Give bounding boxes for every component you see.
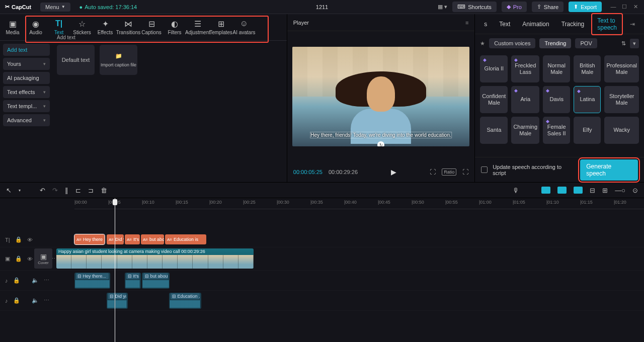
tool-audio[interactable]: ◉Audio	[24, 16, 47, 38]
voice-freckled-lass[interactable]: ◆Freckled Lass	[511, 55, 539, 82]
import-caption-card[interactable]: 📁Import caption file	[100, 45, 137, 75]
redo-icon[interactable]: ↷	[52, 187, 58, 194]
track-icon[interactable]: ⊞	[602, 187, 608, 194]
playhead[interactable]	[115, 198, 115, 342]
text-clip[interactable]: A≡ Did y	[107, 234, 124, 244]
crop-icon[interactable]: ⛶	[430, 168, 436, 176]
sidetab-text-effects[interactable]: Text effects▾	[3, 86, 50, 98]
tool-adjustment[interactable]: ☰Adjustment	[186, 16, 209, 38]
voice-storyteller-male[interactable]: Storyteller Male	[604, 86, 639, 113]
split-icon[interactable]: ‖	[65, 187, 68, 194]
sidetab-add-text[interactable]: Add text	[3, 44, 50, 56]
snap-1[interactable]	[541, 187, 550, 194]
sort-icon[interactable]: ⇅	[621, 40, 626, 47]
voice-gloria-ii[interactable]: ◆Gloria II	[480, 55, 508, 82]
sidetab-ai-packaging[interactable]: AI packaging	[3, 72, 50, 84]
voice-davis[interactable]: ◆Davis	[543, 86, 570, 113]
minimize-icon[interactable]: —	[610, 4, 617, 10]
mute-icon[interactable]: 🔈	[32, 297, 39, 304]
audio-clip[interactable]: ⊟ Hey there...	[74, 273, 110, 289]
project-name[interactable]: 1211	[316, 4, 328, 10]
tool-transitions[interactable]: ⋈Transitions	[117, 16, 140, 38]
tab-tracking[interactable]: Tracking	[556, 18, 590, 31]
voice-normal-male[interactable]: Normal Male	[543, 55, 570, 82]
rotate-handle[interactable]: ↻	[377, 141, 384, 146]
tab-text-to-speech[interactable]: Text to speech	[591, 13, 623, 35]
snap-3[interactable]	[574, 187, 583, 194]
player-menu-icon[interactable]: ≡	[465, 20, 468, 26]
undo-icon[interactable]: ↶	[40, 187, 45, 194]
tool-media[interactable]: ▣Media	[1, 16, 24, 38]
play-button[interactable]: ▶	[391, 168, 396, 176]
select-mode-dropdown[interactable]: ▾	[19, 188, 21, 193]
text-clip[interactable]: A≡ It's	[125, 234, 140, 244]
sidetab-advanced[interactable]: Advanced▾	[3, 114, 50, 126]
zoom-slider-handle[interactable]: —○	[615, 187, 625, 194]
lock-icon[interactable]: 🔒	[13, 297, 20, 304]
text-clip[interactable]: A≡ Education is	[165, 234, 206, 244]
close-icon[interactable]: ✕	[632, 4, 639, 10]
more-icon[interactable]: ⋯	[44, 277, 49, 284]
custom-voices-pill[interactable]: Custom voices	[489, 38, 535, 48]
generate-speech-button[interactable]: Generate speech	[580, 159, 638, 181]
lock-icon[interactable]: 🔒	[15, 236, 22, 243]
split-right-icon[interactable]: ⊐	[88, 187, 94, 194]
favorites-icon[interactable]: ★	[480, 40, 485, 47]
audio-clip[interactable]: ⊟ but abou	[142, 273, 170, 289]
split-left-icon[interactable]: ⊏	[75, 187, 81, 194]
voice-confident-male[interactable]: Confident Male	[480, 86, 508, 113]
audio-clip[interactable]: ⊟ Education .	[169, 293, 201, 309]
voice-aria[interactable]: ◆Aria	[511, 86, 539, 113]
layout-icon[interactable]: ▦ ▾	[438, 4, 447, 10]
text-clip[interactable]: A≡ Hey there	[74, 234, 105, 244]
maximize-icon[interactable]: ☐	[621, 4, 628, 10]
visibility-icon[interactable]: 👁	[27, 237, 33, 243]
time-ruler[interactable]: |00:00|00:05|00:10|00:15|00:20|00:25|00:…	[74, 198, 644, 209]
shortcuts-button[interactable]: ⌨ Shortcuts	[452, 2, 496, 12]
lock-icon[interactable]: 🔒	[15, 255, 22, 262]
update-speech-checkbox[interactable]	[481, 166, 488, 173]
audio-clip[interactable]: ⊟ It's n	[125, 273, 141, 289]
zoom-fit-icon[interactable]: ⊙	[632, 187, 638, 194]
mute-icon[interactable]: 🔈	[32, 277, 39, 284]
pov-pill[interactable]: POV	[575, 38, 597, 48]
voice-charming-male[interactable]: Charming Male	[511, 117, 539, 144]
cover-thumbnail[interactable]: ▣Cover	[34, 248, 52, 269]
sidetab-text-templates[interactable]: Text templ...▾	[3, 100, 50, 112]
fullscreen-icon[interactable]: ⛶	[462, 168, 468, 176]
timeline[interactable]: |00:00|00:05|00:10|00:15|00:20|00:25|00:…	[0, 198, 644, 342]
trending-pill[interactable]: Trending	[539, 38, 571, 48]
voice-elfy[interactable]: Elfy	[574, 117, 601, 144]
tool-captions[interactable]: ⊟Captions	[140, 16, 163, 38]
voice-latina[interactable]: ◆Latina	[574, 86, 601, 113]
lock-icon[interactable]: 🔒	[13, 277, 20, 284]
tab-s[interactable]: s	[479, 18, 492, 31]
dropdown-icon[interactable]: ▾	[630, 39, 639, 48]
tab-overflow-icon[interactable]: ⇥	[625, 18, 640, 31]
delete-icon[interactable]: 🗑	[101, 187, 107, 194]
default-text-card[interactable]: Default text	[57, 45, 95, 75]
share-button[interactable]: ⇪ Share	[532, 2, 564, 12]
align-icon[interactable]: ⊟	[590, 187, 595, 194]
tab-animation[interactable]: Animation	[517, 18, 554, 31]
menu-button[interactable]: Menu ▼	[40, 3, 70, 12]
tool-ai-avatars[interactable]: ☺AI avatars	[232, 16, 256, 38]
sidetab-yours[interactable]: Yours▾	[3, 58, 50, 70]
text-clip[interactable]: A≡ but abo	[141, 234, 164, 244]
pro-button[interactable]: ◆ Pro	[502, 2, 527, 12]
voice-british-male[interactable]: British Male	[574, 55, 601, 82]
mic-icon[interactable]: 🎙	[513, 187, 519, 194]
export-button[interactable]: ⬆ Export	[569, 2, 602, 12]
more-icon[interactable]: ⋯	[44, 297, 49, 304]
caption-overlay[interactable]: Hey there, friends! Today, we're diving …	[310, 132, 452, 138]
tab-text[interactable]: Text	[494, 18, 515, 31]
voice-santa[interactable]: Santa	[480, 117, 508, 144]
audio-clip[interactable]: ⊟ Did yo	[107, 293, 128, 309]
tool-templates[interactable]: ⊞Templates	[209, 16, 232, 38]
video-preview[interactable]: Hey there, friends! Today, we're diving …	[287, 31, 475, 162]
tool-effects[interactable]: ✦Effects	[94, 16, 117, 38]
snap-2[interactable]	[557, 187, 567, 194]
video-clip[interactable]: Happy asian girl student looking at came…	[56, 248, 254, 269]
tool-filters[interactable]: ◐Filters	[163, 16, 186, 38]
voice-professional-male[interactable]: Professional Male	[604, 55, 639, 82]
